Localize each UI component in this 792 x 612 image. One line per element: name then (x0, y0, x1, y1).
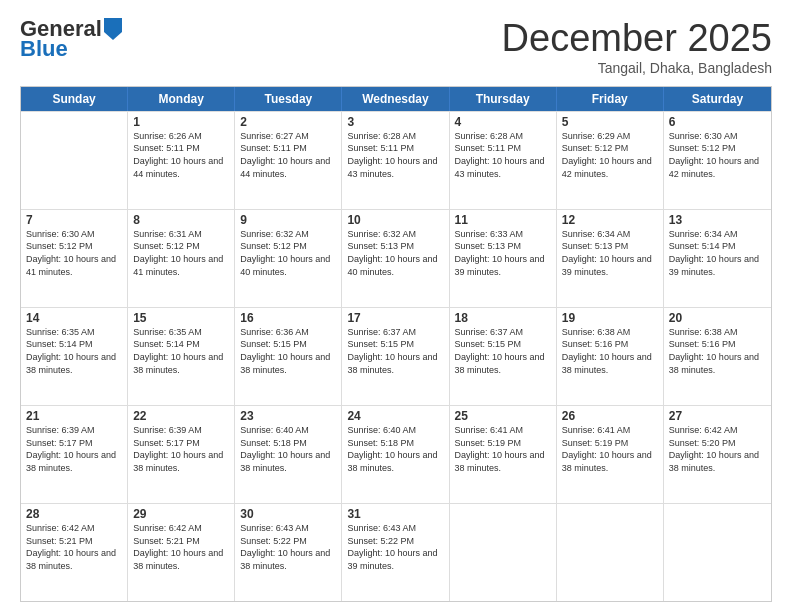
day-info: Sunrise: 6:27 AM Sunset: 5:11 PM Dayligh… (240, 130, 336, 180)
month-title: December 2025 (502, 18, 772, 60)
table-row: 11Sunrise: 6:33 AM Sunset: 5:13 PM Dayli… (450, 210, 557, 307)
calendar-row-2: 7Sunrise: 6:30 AM Sunset: 5:12 PM Daylig… (21, 209, 771, 307)
table-row: 16Sunrise: 6:36 AM Sunset: 5:15 PM Dayli… (235, 308, 342, 405)
day-number: 10 (347, 213, 443, 227)
day-info: Sunrise: 6:33 AM Sunset: 5:13 PM Dayligh… (455, 228, 551, 278)
table-row: 3Sunrise: 6:28 AM Sunset: 5:11 PM Daylig… (342, 112, 449, 209)
day-info: Sunrise: 6:28 AM Sunset: 5:11 PM Dayligh… (455, 130, 551, 180)
day-info: Sunrise: 6:40 AM Sunset: 5:18 PM Dayligh… (240, 424, 336, 474)
table-row: 5Sunrise: 6:29 AM Sunset: 5:12 PM Daylig… (557, 112, 664, 209)
day-number: 21 (26, 409, 122, 423)
day-number: 18 (455, 311, 551, 325)
day-number: 26 (562, 409, 658, 423)
day-info: Sunrise: 6:32 AM Sunset: 5:12 PM Dayligh… (240, 228, 336, 278)
day-number: 24 (347, 409, 443, 423)
day-info: Sunrise: 6:39 AM Sunset: 5:17 PM Dayligh… (133, 424, 229, 474)
table-row: 1Sunrise: 6:26 AM Sunset: 5:11 PM Daylig… (128, 112, 235, 209)
calendar-header: SundayMondayTuesdayWednesdayThursdayFrid… (21, 87, 771, 111)
header-day-thursday: Thursday (450, 87, 557, 111)
table-row: 18Sunrise: 6:37 AM Sunset: 5:15 PM Dayli… (450, 308, 557, 405)
calendar-row-4: 21Sunrise: 6:39 AM Sunset: 5:17 PM Dayli… (21, 405, 771, 503)
table-row: 4Sunrise: 6:28 AM Sunset: 5:11 PM Daylig… (450, 112, 557, 209)
table-row: 9Sunrise: 6:32 AM Sunset: 5:12 PM Daylig… (235, 210, 342, 307)
table-row: 13Sunrise: 6:34 AM Sunset: 5:14 PM Dayli… (664, 210, 771, 307)
table-row: 10Sunrise: 6:32 AM Sunset: 5:13 PM Dayli… (342, 210, 449, 307)
day-number: 9 (240, 213, 336, 227)
table-row: 17Sunrise: 6:37 AM Sunset: 5:15 PM Dayli… (342, 308, 449, 405)
table-row: 20Sunrise: 6:38 AM Sunset: 5:16 PM Dayli… (664, 308, 771, 405)
day-number: 30 (240, 507, 336, 521)
header: General Blue December 2025 Tangail, Dhak… (20, 18, 772, 76)
day-info: Sunrise: 6:37 AM Sunset: 5:15 PM Dayligh… (455, 326, 551, 376)
day-number: 16 (240, 311, 336, 325)
day-number: 14 (26, 311, 122, 325)
table-row: 23Sunrise: 6:40 AM Sunset: 5:18 PM Dayli… (235, 406, 342, 503)
day-number: 31 (347, 507, 443, 521)
table-row (21, 112, 128, 209)
day-info: Sunrise: 6:43 AM Sunset: 5:22 PM Dayligh… (240, 522, 336, 572)
table-row: 27Sunrise: 6:42 AM Sunset: 5:20 PM Dayli… (664, 406, 771, 503)
day-number: 17 (347, 311, 443, 325)
svg-marker-0 (104, 18, 122, 40)
day-number: 29 (133, 507, 229, 521)
day-number: 13 (669, 213, 766, 227)
day-number: 20 (669, 311, 766, 325)
day-number: 4 (455, 115, 551, 129)
table-row (664, 504, 771, 601)
day-info: Sunrise: 6:36 AM Sunset: 5:15 PM Dayligh… (240, 326, 336, 376)
day-info: Sunrise: 6:31 AM Sunset: 5:12 PM Dayligh… (133, 228, 229, 278)
table-row: 19Sunrise: 6:38 AM Sunset: 5:16 PM Dayli… (557, 308, 664, 405)
header-day-tuesday: Tuesday (235, 87, 342, 111)
table-row: 22Sunrise: 6:39 AM Sunset: 5:17 PM Dayli… (128, 406, 235, 503)
table-row: 30Sunrise: 6:43 AM Sunset: 5:22 PM Dayli… (235, 504, 342, 601)
table-row: 31Sunrise: 6:43 AM Sunset: 5:22 PM Dayli… (342, 504, 449, 601)
day-number: 19 (562, 311, 658, 325)
day-number: 27 (669, 409, 766, 423)
day-info: Sunrise: 6:38 AM Sunset: 5:16 PM Dayligh… (669, 326, 766, 376)
day-number: 11 (455, 213, 551, 227)
day-number: 15 (133, 311, 229, 325)
calendar-body: 1Sunrise: 6:26 AM Sunset: 5:11 PM Daylig… (21, 111, 771, 601)
day-number: 6 (669, 115, 766, 129)
day-info: Sunrise: 6:42 AM Sunset: 5:21 PM Dayligh… (133, 522, 229, 572)
page: General Blue December 2025 Tangail, Dhak… (0, 0, 792, 612)
logo-blue: Blue (20, 36, 68, 62)
table-row: 28Sunrise: 6:42 AM Sunset: 5:21 PM Dayli… (21, 504, 128, 601)
day-number: 7 (26, 213, 122, 227)
table-row: 15Sunrise: 6:35 AM Sunset: 5:14 PM Dayli… (128, 308, 235, 405)
day-number: 3 (347, 115, 443, 129)
header-day-sunday: Sunday (21, 87, 128, 111)
table-row: 12Sunrise: 6:34 AM Sunset: 5:13 PM Dayli… (557, 210, 664, 307)
header-day-wednesday: Wednesday (342, 87, 449, 111)
table-row: 7Sunrise: 6:30 AM Sunset: 5:12 PM Daylig… (21, 210, 128, 307)
day-info: Sunrise: 6:35 AM Sunset: 5:14 PM Dayligh… (26, 326, 122, 376)
day-info: Sunrise: 6:37 AM Sunset: 5:15 PM Dayligh… (347, 326, 443, 376)
day-info: Sunrise: 6:26 AM Sunset: 5:11 PM Dayligh… (133, 130, 229, 180)
header-day-friday: Friday (557, 87, 664, 111)
calendar: SundayMondayTuesdayWednesdayThursdayFrid… (20, 86, 772, 602)
header-day-monday: Monday (128, 87, 235, 111)
day-info: Sunrise: 6:30 AM Sunset: 5:12 PM Dayligh… (669, 130, 766, 180)
table-row: 21Sunrise: 6:39 AM Sunset: 5:17 PM Dayli… (21, 406, 128, 503)
table-row: 6Sunrise: 6:30 AM Sunset: 5:12 PM Daylig… (664, 112, 771, 209)
table-row: 14Sunrise: 6:35 AM Sunset: 5:14 PM Dayli… (21, 308, 128, 405)
day-info: Sunrise: 6:38 AM Sunset: 5:16 PM Dayligh… (562, 326, 658, 376)
day-number: 5 (562, 115, 658, 129)
day-info: Sunrise: 6:35 AM Sunset: 5:14 PM Dayligh… (133, 326, 229, 376)
day-info: Sunrise: 6:39 AM Sunset: 5:17 PM Dayligh… (26, 424, 122, 474)
day-info: Sunrise: 6:42 AM Sunset: 5:21 PM Dayligh… (26, 522, 122, 572)
calendar-row-1: 1Sunrise: 6:26 AM Sunset: 5:11 PM Daylig… (21, 111, 771, 209)
day-info: Sunrise: 6:43 AM Sunset: 5:22 PM Dayligh… (347, 522, 443, 572)
day-number: 8 (133, 213, 229, 227)
day-number: 1 (133, 115, 229, 129)
day-info: Sunrise: 6:40 AM Sunset: 5:18 PM Dayligh… (347, 424, 443, 474)
day-info: Sunrise: 6:34 AM Sunset: 5:13 PM Dayligh… (562, 228, 658, 278)
day-number: 22 (133, 409, 229, 423)
day-number: 25 (455, 409, 551, 423)
logo-icon (104, 18, 122, 40)
day-info: Sunrise: 6:34 AM Sunset: 5:14 PM Dayligh… (669, 228, 766, 278)
day-number: 12 (562, 213, 658, 227)
day-info: Sunrise: 6:41 AM Sunset: 5:19 PM Dayligh… (562, 424, 658, 474)
table-row: 24Sunrise: 6:40 AM Sunset: 5:18 PM Dayli… (342, 406, 449, 503)
subtitle: Tangail, Dhaka, Bangladesh (502, 60, 772, 76)
